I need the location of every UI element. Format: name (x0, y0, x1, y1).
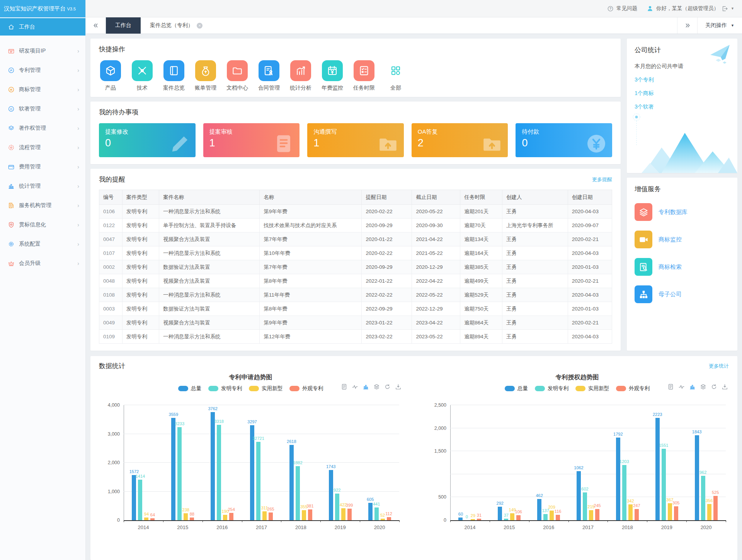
bar-总量-2014[interactable]: 1572 (132, 405, 136, 520)
table-row[interactable]: 0048发明专利视频聚合方法及装置第8年年费2022-01-222022-04-… (99, 274, 612, 288)
faq-button[interactable]: ? 常见问题 (607, 5, 637, 12)
bar-外观专利-2015[interactable]: 88 (190, 405, 194, 520)
bar-发明专利-2016[interactable]: 3318 (217, 405, 221, 520)
sidebar-item-软著管理[interactable]: C软著管理› (0, 101, 85, 117)
data-view-icon[interactable] (341, 384, 347, 390)
table-row[interactable]: 0122发明专利单手控制方法、装置及手持设备找技术效果与技术点的对应关系2020… (99, 219, 612, 232)
table-row[interactable]: 0106发明专利一种消息显示方法和系统第9年年费2020-02-222020-0… (99, 205, 612, 219)
bar-发明专利-2015[interactable]: 3233 (177, 405, 182, 520)
bar-外观专利-2016[interactable]: 254 (229, 405, 233, 520)
quick-op-年费监控[interactable]: 年费监控 (321, 60, 344, 92)
download-icon[interactable] (395, 384, 402, 390)
bar-实用新型-2020[interactable]: 52 (381, 405, 385, 520)
bar-外观专利-2018[interactable]: 381 (308, 405, 312, 520)
quick-op-文档中心[interactable]: 文档中心 (226, 60, 249, 92)
bar-总量-2017[interactable]: 1062 (577, 405, 581, 520)
restore-icon[interactable] (711, 384, 717, 390)
quick-op-案件总览[interactable]: 案件总览 (162, 60, 186, 92)
close-operations-dropdown[interactable]: 关闭操作 ▼ (697, 17, 742, 34)
bar-总量-2017[interactable]: 3297 (250, 405, 254, 520)
company-stat-line[interactable]: 3个专利 (635, 76, 730, 83)
more-reminders-link[interactable]: 更多提醒 (592, 176, 612, 183)
bar-实用新型-2014[interactable]: 94 (144, 405, 148, 520)
download-icon[interactable] (722, 384, 728, 390)
logout-icon[interactable] (722, 5, 728, 12)
bar-总量-2016[interactable]: 462 (537, 405, 541, 520)
table-row[interactable]: 0107发明专利一种消息显示方法和系统第10年年费2020-02-222021-… (99, 246, 612, 260)
tabs-scroll-right-button[interactable] (677, 17, 697, 34)
bar-实用新型-2018[interactable]: 355 (302, 405, 306, 520)
restore-icon[interactable] (384, 384, 391, 390)
bar-发明专利-2019[interactable]: 1551 (662, 405, 666, 520)
bar-实用新型-2015[interactable]: 238 (184, 405, 188, 520)
bar-实用新型-2014[interactable]: 29 (471, 405, 475, 520)
sidebar-item-著作权管理[interactable]: 著作权管理› (0, 120, 85, 136)
user-menu[interactable]: 你好，某某（超级管理员） ▼ (647, 5, 734, 12)
bar-总量-2020[interactable]: 605 (368, 405, 373, 520)
todo-card-OA答复[interactable]: OA答复2 (412, 123, 508, 157)
bar-chart-icon[interactable] (689, 384, 696, 390)
bar-实用新型-2017[interactable]: 215 (589, 405, 593, 520)
service-item-母子公司[interactable]: 母子公司 (635, 285, 730, 303)
bar-总量-2015[interactable]: 292 (498, 405, 502, 520)
sidebar-item-商标管理[interactable]: R商标管理› (0, 82, 85, 97)
bar-发明专利-2018[interactable]: 1882 (296, 405, 300, 520)
bar-实用新型-2016[interactable]: 190 (223, 405, 227, 520)
data-view-icon[interactable] (667, 384, 674, 390)
tabs-scroll-left-button[interactable] (86, 17, 106, 34)
bar-实用新型-2019[interactable]: 367 (668, 405, 672, 520)
table-row[interactable]: 0109发明专利一种消息显示方法和系统第12年年费2023-02-222023-… (99, 330, 612, 344)
chevron-down-icon[interactable]: ▼ (731, 7, 734, 10)
quick-op-全部[interactable]: 全部 (384, 60, 407, 92)
sidebar-item-流程管理[interactable]: 流程管理› (0, 140, 85, 155)
bar-发明专利-2019[interactable]: 922 (335, 405, 339, 520)
close-tab-icon[interactable]: × (197, 23, 203, 29)
bar-总量-2019[interactable]: 1743 (329, 405, 333, 520)
bar-实用新型-2015[interactable]: 149 (510, 405, 514, 520)
bar-外观专利-2014[interactable]: 64 (150, 405, 155, 520)
bar-外观专利-2019[interactable]: 305 (674, 405, 678, 520)
sidebar-item-专利管理[interactable]: P专利管理› (0, 63, 85, 78)
quick-op-技术[interactable]: 技术 (131, 60, 154, 92)
quick-op-账单管理[interactable]: 账单管理 (194, 60, 217, 92)
legend-item-实用新型[interactable]: 实用新型 (249, 385, 283, 392)
tab-case-overview[interactable]: 案件总览（专利） × (141, 17, 212, 34)
bar-发明专利-2014[interactable]: 0 (465, 405, 469, 520)
legend-item-实用新型[interactable]: 实用新型 (575, 385, 609, 392)
company-stat-line[interactable]: 3个软著 (635, 104, 730, 110)
service-item-商标检索[interactable]: 商标检索 (635, 258, 730, 276)
table-row[interactable]: 0108发明专利一种消息显示方法和系统第11年年费2022-02-222022-… (99, 288, 612, 302)
sidebar-item-贯标信息化[interactable]: 贯标信息化› (0, 217, 85, 232)
bar-外观专利-2018[interactable]: 247 (635, 405, 639, 520)
bar-实用新型-2020[interactable]: 356 (707, 405, 711, 520)
quick-op-产品[interactable]: 产品 (99, 60, 122, 92)
todo-card-待付款[interactable]: 待付款0 (516, 123, 612, 157)
bar-发明专利-2020[interactable]: 962 (701, 405, 705, 520)
legend-item-外观专利[interactable]: 外观专利 (616, 385, 650, 392)
stack-icon[interactable] (373, 384, 380, 390)
service-item-专利数据库[interactable]: 专利数据库 (635, 203, 730, 221)
sidebar-item-研发项目IP[interactable]: 研发项目IP› (0, 43, 85, 59)
bar-发明专利-2015[interactable]: 37 (504, 405, 508, 520)
bar-发明专利-2017[interactable]: 32721 (256, 405, 260, 520)
bar-外观专利-2019[interactable]: 399 (347, 405, 352, 520)
sidebar-item-费用管理[interactable]: 费用管理› (0, 159, 85, 175)
bar-外观专利-2014[interactable]: 31 (477, 405, 481, 520)
service-item-商标监控[interactable]: 商标监控 (635, 231, 730, 248)
stack-icon[interactable] (700, 384, 706, 390)
bar-总量-2019[interactable]: 2223 (655, 405, 660, 520)
bar-发明专利-2017[interactable]: 602 (583, 405, 587, 520)
sidebar-item-会员升级[interactable]: 会员升级› (0, 256, 85, 271)
more-statistics-link[interactable]: 更多统计 (709, 363, 729, 370)
bar-外观专利-2020[interactable]: 112 (387, 405, 391, 520)
bar-外观专利-2017[interactable]: 265 (269, 405, 273, 520)
table-row[interactable]: 0049发明专利视频聚合方法与装置第9年年费2023-01-222023-04-… (99, 316, 612, 330)
bar-发明专利-2016[interactable]: 137 (543, 405, 548, 520)
table-row[interactable]: 0047发明专利视频聚合方法及装置第7年年费2020-01-222021-04-… (99, 232, 612, 246)
bar-实用新型-2019[interactable]: 422 (341, 405, 345, 520)
quick-op-统计分析[interactable]: 统计分析 (289, 60, 312, 92)
todo-card-沟通撰写[interactable]: 沟通撰写1 (307, 123, 404, 157)
sidebar-item-统计管理[interactable]: 统计管理› (0, 178, 85, 194)
todo-card-提案修改[interactable]: 提案修改0 (99, 123, 196, 157)
table-row[interactable]: 0003发明专利数据验证方法与装置第8年年费2022-09-292022-12-… (99, 302, 612, 316)
